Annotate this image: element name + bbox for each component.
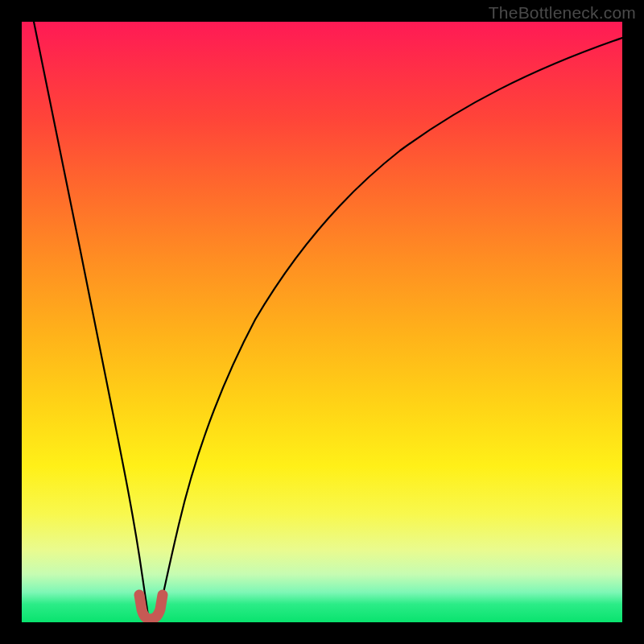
bottleneck-curve: [34, 22, 622, 621]
plot-area: [22, 22, 622, 622]
curve-layer: [22, 22, 622, 622]
watermark-text: TheBottleneck.com: [489, 3, 636, 23]
optimal-marker: [139, 595, 163, 619]
chart-frame: TheBottleneck.com: [0, 0, 644, 644]
